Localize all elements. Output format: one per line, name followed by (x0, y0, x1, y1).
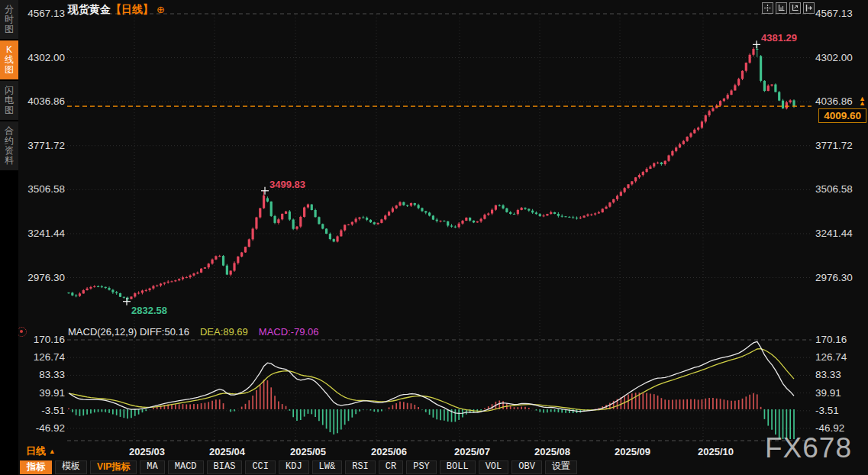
indicator-tab-BOLL[interactable]: BOLL (440, 460, 476, 474)
indicator-tab-OBV[interactable]: OBV (511, 460, 542, 474)
indicator-tab-设置[interactable]: 设置 (545, 460, 577, 474)
last-price-tag: 4009.60 (818, 108, 866, 123)
period-selector-label: 日线 (26, 445, 46, 457)
double-up-arrow-icon: ▲▲ (859, 96, 866, 105)
macd-dea-value: DEA:89.69 (200, 326, 248, 338)
indicator-tab-CR[interactable]: CR (379, 460, 403, 474)
brand-watermark: FX678 (765, 432, 852, 464)
indicator-tab-VIP指标[interactable]: VIP指标 (90, 460, 137, 474)
indicator-tab-模板[interactable]: 模板 (55, 460, 87, 474)
scale-right-axis-icon[interactable] (789, 2, 801, 14)
extreme-price-label-high: 3499.83 (269, 179, 305, 190)
macd-value: MACD:-79.06 (259, 326, 319, 338)
indicator-tab-LW&[interactable]: LW& (312, 460, 343, 474)
scale-left-axis-icon[interactable] (776, 2, 787, 14)
indicator-tab-KDJ[interactable]: KDJ (279, 460, 309, 474)
indicator-tab-bar: 指标模板VIP指标MAMACDBIASCCIKDJLW&RSICRPSYBOLL… (20, 460, 577, 474)
chart-type-sidebar: 分 时 图K 线 图闪 电 图合 约 资 料 (0, 0, 18, 475)
zoom-plus-icon[interactable]: ⊕ (156, 4, 165, 15)
indicator-tab-BIAS[interactable]: BIAS (207, 460, 243, 474)
macd-diff-value: MACD(26,12,9) DIFF:50.16 (68, 326, 189, 338)
indicator-tab-指标[interactable]: 指标 (20, 460, 52, 474)
sidebar-tab-1[interactable]: K 线 图 (0, 40, 18, 79)
indicator-tab-RSI[interactable]: RSI (345, 460, 376, 474)
symbol-name: 现货黄金 (68, 3, 111, 15)
indicator-tab-CCI[interactable]: CCI (245, 460, 276, 474)
pan-icon[interactable] (762, 2, 773, 14)
window-controls (762, 2, 815, 14)
indicator-tab-PSY[interactable]: PSY (406, 460, 437, 474)
macd-indicator-header: MACD(26,12,9) DIFF:50.16DEA:89.69MACD:-7… (68, 326, 319, 338)
exit-icon[interactable] (803, 2, 815, 14)
chart-title: 现货黄金【日线】 ⊕ (68, 3, 165, 17)
sidebar-tab-3[interactable]: 合 约 资 料 (0, 121, 18, 170)
chart-window: 分 时 图K 线 图闪 电 图合 约 资 料 现货黄金【日线】 ⊕ 4567.1… (0, 0, 868, 475)
indicator-tab-VOL[interactable]: VOL (479, 460, 509, 474)
candlestick-chart-canvas[interactable] (0, 0, 868, 475)
period-selector-arrow-icon: ▲ (49, 448, 56, 455)
indicator-tab-MA[interactable]: MA (140, 460, 164, 474)
period-tag: 【日线】 (111, 3, 153, 15)
period-selector[interactable]: 日线 ▲ (26, 444, 56, 458)
sidebar-tab-2[interactable]: 闪 电 图 (0, 81, 18, 120)
extreme-price-label-low: 2832.58 (131, 305, 167, 316)
extreme-price-label-high: 4381.29 (761, 32, 797, 44)
sidebar-tab-0[interactable]: 分 时 图 (0, 0, 18, 39)
indicator-tab-MACD[interactable]: MACD (168, 460, 204, 474)
